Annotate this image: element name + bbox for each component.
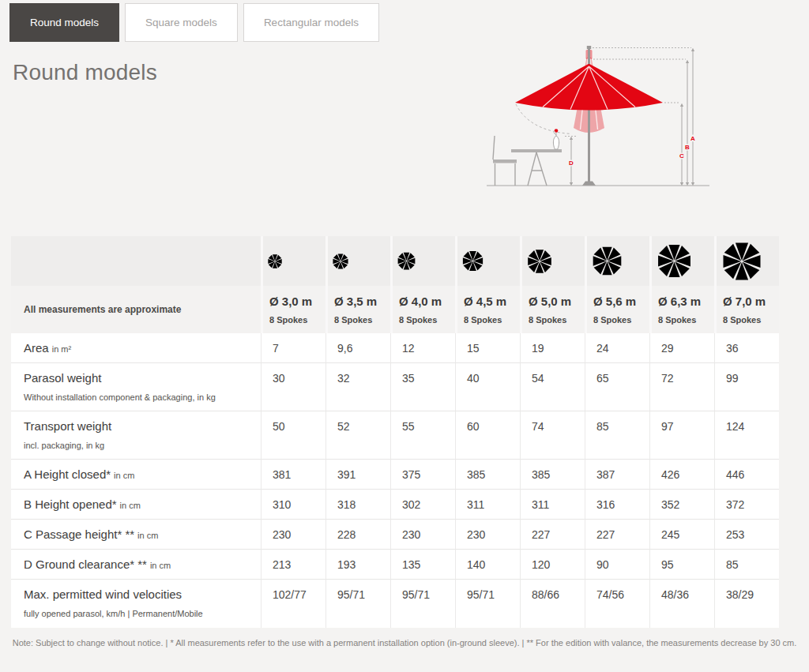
spec-value-cell: 311 [520, 490, 585, 520]
column-diameter-label: Ø 4,5 m [464, 295, 520, 308]
spec-row-label-cell: C Passage height* **in cm [11, 520, 261, 550]
spec-value-cell: 9,6 [325, 333, 390, 363]
column-diameter-label: Ø 3,5 m [334, 295, 390, 308]
parasol-diagram-svg: A B C D [484, 43, 721, 201]
parasol-top-view-icon [332, 253, 349, 270]
column-diameter-label: Ø 5,6 m [593, 295, 649, 308]
measurements-note: All measurements are approximate [11, 286, 261, 333]
tab-rectangular-models[interactable]: Rectangular models [243, 3, 379, 42]
chair-illustration [493, 136, 517, 186]
spec-value-cell: 55 [390, 411, 455, 460]
spec-row-unit: in cm [150, 561, 171, 570]
spec-value-cell: 385 [455, 460, 520, 490]
spec-value-cell: 352 [649, 490, 714, 520]
spec-value-cell: 95 [649, 550, 714, 580]
spec-value-cell: 381 [261, 460, 325, 490]
column-diameter-label: Ø 6,3 m [658, 295, 714, 308]
column-spokes-label: 8 Spokes [464, 315, 520, 325]
spec-value-cell: 30 [261, 363, 325, 411]
spec-value-cell: 316 [585, 490, 649, 520]
spec-row-sublabel: fully opened parasol, km/h | Permanent/M… [24, 609, 261, 618]
tab-square-models[interactable]: Square models [125, 3, 238, 42]
size-column-icon-cell [520, 236, 585, 286]
spec-value-cell: 40 [455, 363, 520, 411]
spec-table: All measurements are approximateØ 3,0 m8… [11, 236, 779, 628]
spec-row-label-cell: Areain m² [11, 333, 261, 363]
spec-value-cell: 15 [455, 333, 520, 363]
spec-value-cell: 230 [261, 520, 325, 550]
spec-row-unit: in cm [137, 531, 158, 540]
spec-value-cell: 95/71 [390, 580, 455, 628]
footer-note: Note: Subject to change without notice. … [0, 638, 809, 648]
page-title: Round models [13, 60, 157, 85]
spec-value-cell: 48/36 [649, 580, 714, 628]
size-column-icon-cell [261, 236, 325, 286]
size-column-header: Ø 4,0 m8 Spokes [390, 286, 455, 333]
parasol-top-view-icon [656, 242, 693, 280]
size-column-header: Ø 3,0 m8 Spokes [261, 286, 325, 333]
column-diameter-label: Ø 3,0 m [269, 295, 325, 308]
spec-value-cell: 95/71 [455, 580, 520, 628]
spec-row-label-cell: Transport weightincl. packaging, in kg [11, 411, 261, 460]
spec-row-sublabel: Without installation component & packagi… [24, 392, 261, 402]
spec-row-label: Parasol weight [24, 371, 261, 385]
spec-row-label: B Height opened*in cm [24, 497, 261, 511]
spec-value-cell: 227 [520, 520, 585, 550]
spec-row-label: Transport weight [24, 419, 261, 433]
column-spokes-label: 8 Spokes [529, 315, 585, 325]
spec-value-cell: 65 [585, 363, 649, 411]
spec-value-cell: 24 [585, 333, 649, 363]
open-canopy-illustration [515, 64, 663, 111]
spec-row-label-cell: Parasol weightWithout installation compo… [11, 363, 261, 411]
spec-value-cell: 120 [520, 550, 585, 580]
size-column-icon-cell [649, 236, 714, 286]
spec-row-unit: in m² [52, 344, 71, 354]
column-spokes-label: 8 Spokes [593, 315, 649, 325]
spec-value-cell: 74 [520, 411, 585, 460]
parasol-top-view-icon [721, 240, 763, 283]
size-column-header: Ø 7,0 m8 Spokes [714, 286, 779, 333]
spec-value-cell: 35 [390, 363, 455, 411]
spec-value-cell: 52 [325, 411, 390, 460]
spec-value-cell: 72 [649, 363, 714, 411]
spec-value-cell: 102/77 [261, 580, 325, 628]
parasol-top-view-icon [591, 245, 623, 277]
parasol-top-view-icon [397, 251, 416, 271]
spec-value-cell: 230 [390, 520, 455, 550]
spec-value-cell: 32 [325, 363, 390, 411]
spec-value-cell: 228 [325, 520, 390, 550]
spec-value-cell: 85 [714, 550, 779, 580]
spec-value-cell: 124 [714, 411, 779, 460]
parasol-top-view-icon [526, 248, 553, 275]
spec-value-cell: 54 [520, 363, 585, 411]
column-spokes-label: 8 Spokes [269, 315, 325, 325]
size-column-header: Ø 3,5 m8 Spokes [325, 286, 390, 333]
spec-value-cell: 213 [261, 550, 325, 580]
spec-value-cell: 253 [714, 520, 779, 550]
spec-value-cell: 245 [649, 520, 714, 550]
column-diameter-label: Ø 5,0 m [529, 295, 585, 308]
tab-round-models[interactable]: Round models [9, 3, 119, 42]
spec-value-cell: 446 [714, 460, 779, 490]
spec-value-cell: 385 [520, 460, 585, 490]
size-column-icon-cell [455, 236, 520, 286]
spec-row-unit: in cm [120, 501, 141, 510]
spec-value-cell: 99 [714, 363, 779, 411]
spec-row-sublabel: incl. packaging, in kg [24, 441, 261, 450]
spec-row-label: A Height closed*in cm [24, 467, 261, 481]
spec-value-cell: 372 [714, 490, 779, 520]
spec-value-cell: 19 [520, 333, 585, 363]
spec-row-label: Areain m² [24, 341, 261, 355]
spec-value-cell: 135 [390, 550, 455, 580]
spec-value-cell: 375 [390, 460, 455, 490]
spec-value-cell: 140 [455, 550, 520, 580]
column-diameter-label: Ø 4,0 m [399, 295, 455, 308]
spec-value-cell: 50 [261, 411, 325, 460]
size-column-header: Ø 5,6 m8 Spokes [585, 286, 649, 333]
spec-value-cell: 36 [714, 333, 779, 363]
spec-row-label-cell: B Height opened*in cm [11, 490, 261, 520]
dimension-label-c: C [679, 152, 684, 160]
spec-value-cell: 38/29 [714, 580, 779, 628]
size-column-icon-cell [390, 236, 455, 286]
spec-value-cell: 60 [455, 411, 520, 460]
